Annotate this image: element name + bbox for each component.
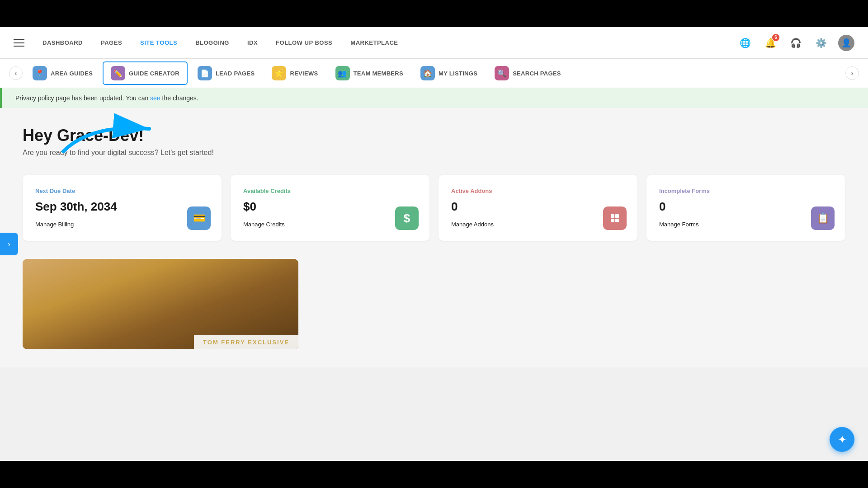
nav-pages[interactable]: PAGES bbox=[101, 39, 122, 46]
active-addons-value: 0 bbox=[451, 200, 625, 214]
svg-rect-2 bbox=[611, 219, 614, 222]
nav-site-tools[interactable]: SITE TOOLS bbox=[140, 39, 177, 46]
sub-nav-next[interactable]: › bbox=[845, 66, 859, 80]
credits-icon: $ bbox=[395, 206, 419, 230]
globe-icon: 🌐 bbox=[740, 38, 751, 48]
available-credits-label: Available Credits bbox=[243, 188, 417, 194]
incomplete-forms-value: 0 bbox=[659, 200, 833, 214]
my-listings-label: MY LISTINGS bbox=[439, 70, 477, 77]
search-pages-icon: 🔍 bbox=[495, 66, 509, 80]
nav-marketplace[interactable]: MARKETPLACE bbox=[350, 39, 398, 46]
sub-nav-items: 📍 AREA GUIDES ✏️ GUIDE CREATOR 📄 LEAD PA… bbox=[25, 61, 843, 85]
nav-blogging[interactable]: BLOGGING bbox=[195, 39, 229, 46]
support-icon: 🎧 bbox=[790, 38, 802, 48]
notifications-button[interactable]: 🔔 6 bbox=[762, 35, 778, 51]
manage-addons-link[interactable]: Manage Addons bbox=[451, 221, 494, 228]
support-button[interactable]: 🎧 bbox=[788, 35, 804, 51]
notification-banner: Privacy policy page has been updated. Yo… bbox=[0, 88, 868, 108]
nav-dashboard[interactable]: DASHBOARD bbox=[42, 39, 83, 46]
side-toggle[interactable]: › bbox=[0, 233, 18, 255]
reviews-icon: ⭐ bbox=[272, 66, 286, 80]
star-icon: ✦ bbox=[838, 433, 847, 446]
chat-button[interactable]: ✦ bbox=[830, 427, 854, 452]
notification-link[interactable]: see bbox=[150, 94, 160, 102]
reviews-label: REVIEWS bbox=[290, 70, 318, 77]
next-due-date-value: Sep 30th, 2034 bbox=[35, 200, 209, 214]
sub-nav-team-members[interactable]: 👥 TEAM MEMBERS bbox=[328, 62, 411, 84]
lead-pages-label: LEAD PAGES bbox=[216, 70, 255, 77]
video-card[interactable]: TOM FERRY EXCLUSIVE bbox=[23, 259, 298, 349]
sub-nav-search-pages[interactable]: 🔍 SEARCH PAGES bbox=[487, 62, 568, 84]
top-nav: DASHBOARD PAGES SITE TOOLS BLOGGING IDX … bbox=[0, 27, 868, 59]
main-content: Hey Grace-Dev! Are you ready to find you… bbox=[0, 108, 868, 367]
welcome-subtext: Are you ready to find your digital succe… bbox=[23, 149, 845, 157]
available-credits-card: Available Credits $0 Manage Credits $ bbox=[231, 175, 429, 241]
guide-creator-label: GUIDE CREATOR bbox=[129, 70, 179, 77]
sub-nav-my-listings[interactable]: 🏠 MY LISTINGS bbox=[413, 62, 485, 84]
avatar-icon: 👤 bbox=[841, 38, 851, 48]
notification-text-after: the changes. bbox=[160, 94, 198, 102]
my-listings-icon: 🏠 bbox=[420, 66, 435, 80]
lead-pages-icon: 📄 bbox=[198, 66, 212, 80]
content-area: Privacy policy page has been updated. Yo… bbox=[0, 88, 868, 367]
team-members-icon: 👥 bbox=[335, 66, 350, 80]
forms-icon: 📋 bbox=[811, 206, 835, 230]
sub-nav-lead-pages[interactable]: 📄 LEAD PAGES bbox=[190, 62, 262, 84]
nav-follow-up-boss[interactable]: FOLLOW UP BOSS bbox=[276, 39, 332, 46]
settings-button[interactable]: ⚙️ bbox=[813, 35, 829, 51]
manage-credits-link[interactable]: Manage Credits bbox=[243, 221, 285, 228]
notification-text: Privacy policy page has been updated. Yo… bbox=[15, 94, 150, 102]
sub-nav-guide-creator[interactable]: ✏️ GUIDE CREATOR bbox=[103, 61, 188, 85]
sub-nav-area-guides[interactable]: 📍 AREA GUIDES bbox=[25, 62, 100, 84]
billing-icon: 💳 bbox=[187, 206, 211, 230]
hamburger-menu[interactable] bbox=[14, 39, 24, 47]
nav-icons: 🌐 🔔 6 🎧 ⚙️ 👤 bbox=[737, 35, 854, 51]
active-addons-card: Active Addons 0 Manage Addons bbox=[439, 175, 637, 241]
black-bar-bottom bbox=[0, 461, 868, 488]
next-due-date-card: Next Due Date Sep 30th, 2034 Manage Bill… bbox=[23, 175, 222, 241]
incomplete-forms-label: Incomplete Forms bbox=[659, 188, 833, 194]
notification-badge: 6 bbox=[772, 34, 779, 41]
welcome-heading: Hey Grace-Dev! bbox=[23, 126, 845, 145]
black-bar-top bbox=[0, 0, 868, 27]
svg-rect-0 bbox=[611, 214, 614, 218]
bottom-section: TOM FERRY EXCLUSIVE bbox=[23, 259, 845, 349]
incomplete-forms-card: Incomplete Forms 0 Manage Forms 📋 bbox=[646, 175, 845, 241]
search-pages-label: SEARCH PAGES bbox=[513, 70, 561, 77]
sub-nav-reviews[interactable]: ⭐ REVIEWS bbox=[264, 62, 325, 84]
addons-icon bbox=[603, 206, 627, 230]
available-credits-value: $0 bbox=[243, 200, 417, 214]
user-avatar[interactable]: 👤 bbox=[838, 35, 854, 51]
nav-idx[interactable]: IDX bbox=[247, 39, 258, 46]
area-guides-label: AREA GUIDES bbox=[51, 70, 93, 77]
gear-icon: ⚙️ bbox=[816, 38, 827, 48]
svg-rect-3 bbox=[615, 219, 619, 222]
team-members-label: TEAM MEMBERS bbox=[354, 70, 404, 77]
nav-links: DASHBOARD PAGES SITE TOOLS BLOGGING IDX … bbox=[42, 39, 719, 46]
manage-forms-link[interactable]: Manage Forms bbox=[659, 221, 698, 228]
globe-icon-button[interactable]: 🌐 bbox=[737, 35, 753, 51]
chevron-right-icon: › bbox=[8, 239, 10, 249]
next-due-date-label: Next Due Date bbox=[35, 188, 209, 194]
tom-ferry-label: TOM FERRY EXCLUSIVE bbox=[194, 335, 298, 349]
sub-nav: ‹ 📍 AREA GUIDES ✏️ GUIDE CREATOR 📄 LEAD … bbox=[0, 59, 868, 88]
manage-billing-link[interactable]: Manage Billing bbox=[35, 221, 74, 228]
guide-creator-icon: ✏️ bbox=[111, 66, 125, 80]
active-addons-label: Active Addons bbox=[451, 188, 625, 194]
svg-rect-1 bbox=[615, 214, 619, 218]
area-guides-icon: 📍 bbox=[33, 66, 47, 80]
sub-nav-prev[interactable]: ‹ bbox=[9, 66, 23, 80]
cards-row: Next Due Date Sep 30th, 2034 Manage Bill… bbox=[23, 175, 845, 241]
